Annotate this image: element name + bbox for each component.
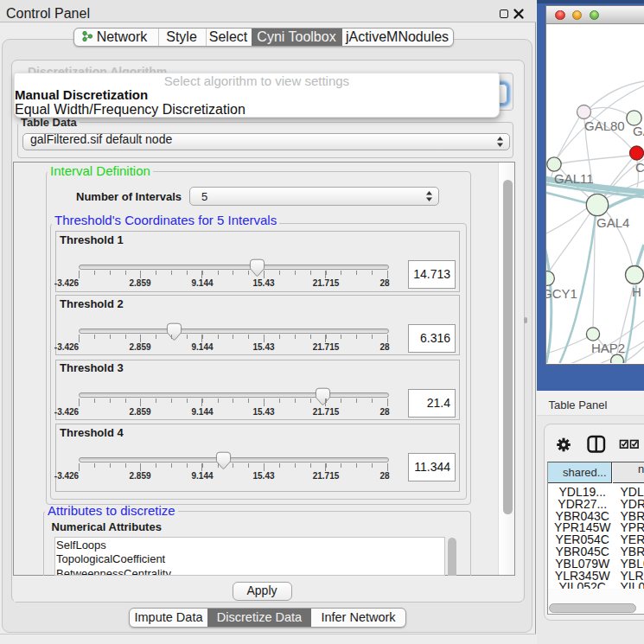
svg-text:GAL80: GAL80 (584, 118, 625, 133)
svg-text:GAL4: GAL4 (596, 215, 629, 230)
svg-text:GA: GA (633, 124, 644, 138)
svg-text:GCY1: GCY1 (546, 286, 577, 301)
svg-text:GAL11: GAL11 (554, 171, 594, 186)
svg-text:CD: CD (635, 160, 644, 175)
svg-text:H: H (632, 284, 641, 299)
svg-text:HAP2: HAP2 (591, 341, 625, 355)
